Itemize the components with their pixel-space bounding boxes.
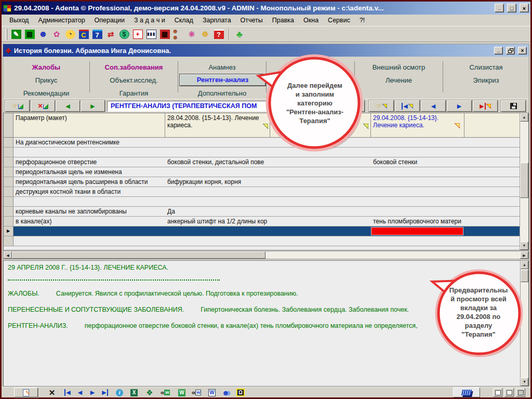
table-row[interactable]	[4, 236, 520, 246]
tab-additional[interactable]: Дополнительно	[178, 88, 266, 99]
table-row[interactable]	[4, 197, 520, 207]
next-visit-button[interactable]: ▶	[447, 100, 472, 112]
word-template-button[interactable]: W	[208, 388, 216, 397]
maximize-button[interactable]: □	[507, 4, 516, 12]
prev-record-button[interactable]: ◀	[56, 100, 80, 112]
tab-mucosa[interactable]: Слизистая	[443, 62, 529, 73]
table-row[interactable]: корневые каналы не запломбированы Да	[4, 207, 520, 217]
nav-prev-button[interactable]: ◀	[75, 388, 85, 397]
header-visit-29-04[interactable]: 29.04.2008. {15-14-13}. Лечение кариеса.	[371, 113, 464, 137]
menu-exit[interactable]: Выход	[5, 16, 33, 25]
table-row[interactable]: периодонтальная щель расширена в области…	[4, 177, 520, 187]
info-button[interactable]: i	[116, 388, 123, 397]
tab-bite[interactable]: Прикус	[3, 75, 89, 86]
person-balloons-icon[interactable]: ✿	[50, 29, 63, 40]
tab-epicrisis[interactable]: Эпикриз	[443, 75, 529, 86]
doc-close-button[interactable]: ×	[518, 47, 527, 55]
calendar-7-icon[interactable]: 7	[91, 29, 103, 40]
confirm-record-button[interactable]: ☞	[5, 100, 30, 112]
palette-icon[interactable]: ❋	[185, 29, 198, 40]
arrow-left-icon: ◀	[78, 389, 82, 396]
tooth-card-button[interactable]: Ω	[236, 388, 245, 397]
edit-record-button[interactable]: ✎	[14, 388, 38, 397]
tab-complaints[interactable]: Жалобы	[3, 62, 89, 73]
grid-vertical-scrollbar[interactable]: ▲ ▼	[520, 113, 528, 250]
scrollbar-thumb[interactable]	[520, 163, 528, 198]
header-visit-28-04[interactable]: 28.04.2008. {15-14-13}. Лечение кариеса.	[165, 113, 270, 137]
tab-xray-analysis[interactable]: Рентген-анализ	[179, 74, 266, 86]
menu-salary[interactable]: Зарплата	[198, 16, 236, 25]
menu-operations[interactable]: Операции	[90, 16, 129, 25]
table-row[interactable]: периодонтальная щель не изменена	[4, 167, 520, 177]
patients-button[interactable]: ☻	[222, 388, 230, 397]
alert-cell[interactable]	[371, 227, 463, 235]
save-button[interactable]	[501, 100, 526, 112]
scrollbar-thumb[interactable]	[12, 251, 265, 259]
scroll-down-icon[interactable]: ▼	[521, 378, 528, 386]
tab-anamnesis[interactable]: Анамнез	[178, 62, 266, 73]
selected-row[interactable]: ▶	[4, 227, 520, 236]
layout-single-button[interactable]	[493, 388, 502, 397]
menu-administrator[interactable]: Администратор	[33, 16, 89, 25]
first-visit-button[interactable]: ◀	[395, 100, 420, 112]
next-record-button[interactable]: ▶	[81, 100, 105, 112]
prev-visit-button[interactable]: ◀	[421, 100, 446, 112]
find-word-button[interactable]: ∞W	[161, 388, 170, 397]
last-visit-button[interactable]: ▶	[473, 100, 498, 112]
menu-tasks[interactable]: З а д а ч и	[129, 16, 170, 25]
close-button[interactable]: ×	[520, 4, 529, 12]
excel-export-button[interactable]: X	[130, 388, 138, 397]
calendar-c-icon[interactable]: C	[77, 29, 90, 40]
menu-windows[interactable]: Окна	[299, 16, 323, 25]
card-edit-icon[interactable]: ✎	[10, 29, 22, 40]
scroll-up-icon[interactable]: ▲	[520, 113, 528, 122]
table-row[interactable]: деструкция костной ткани в области	[4, 187, 520, 197]
staff-icon[interactable]: ☻☻	[172, 29, 184, 40]
patients-icon[interactable]: ☻	[37, 29, 49, 40]
menu-help[interactable]: ?!	[355, 16, 369, 25]
confirm-visit-button[interactable]: ☞	[369, 100, 394, 112]
scroll-up-icon[interactable]: ▲	[521, 261, 528, 269]
money-icon[interactable]: $	[118, 29, 130, 40]
nav-first-button[interactable]: ◀	[63, 388, 72, 397]
nav-next-button[interactable]: ▶	[88, 388, 97, 397]
delete-record-button[interactable]: ✕	[47, 388, 57, 397]
scroll-down-icon[interactable]: ▼	[520, 242, 528, 250]
merge-shapes-button[interactable]: ❖	[146, 388, 153, 397]
clover-icon[interactable]: ♣	[233, 29, 246, 40]
yellow-flag-icon	[382, 104, 387, 109]
red-window-icon[interactable]: ▦	[158, 29, 171, 40]
transfer-arrows-icon[interactable]: ⇄	[104, 29, 117, 40]
tab-concomitant-diseases[interactable]: Соп.заболевания	[90, 62, 178, 73]
tab-recommendations[interactable]: Рекомендации	[3, 88, 89, 99]
menu-reports[interactable]: Отчеты	[236, 16, 268, 25]
doc-restore-button[interactable]	[506, 47, 515, 55]
first-aid-icon[interactable]: +	[131, 29, 144, 40]
scroll-left-icon[interactable]: ◀	[4, 251, 12, 259]
cancel-record-button[interactable]: ✕	[31, 100, 55, 112]
tab-warranty[interactable]: Гарантия	[90, 88, 178, 99]
tab-objective-exam[interactable]: Объект.исслед.	[90, 75, 178, 86]
doc-minimize-button[interactable]: _	[494, 47, 503, 55]
menu-edit[interactable]: Правка	[268, 16, 299, 25]
menu-service[interactable]: Сервис	[323, 16, 355, 25]
green-table-icon[interactable]: ▦	[23, 29, 36, 40]
menu-stock[interactable]: Склад	[170, 16, 198, 25]
minimize-button[interactable]: _	[495, 4, 504, 12]
word-export-button[interactable]: W	[178, 388, 185, 397]
table-row[interactable]: перфорационное отверстие боковой стенки,…	[4, 157, 520, 167]
toolbar-grip[interactable]	[6, 29, 7, 40]
grid-horizontal-scrollbar[interactable]: ◀ ▶	[3, 251, 529, 259]
gear-flower-icon[interactable]: ❁	[199, 29, 211, 40]
layout-full-button[interactable]	[516, 388, 525, 397]
barcode-icon[interactable]: ▮▮▮	[145, 29, 157, 40]
nav-last-button[interactable]: ▶	[100, 388, 110, 397]
books-button[interactable]	[453, 388, 480, 397]
help-doc-icon[interactable]: ?	[212, 29, 225, 40]
table-row[interactable]: в канале(ах) анкерный штифт на 1/2 длины…	[4, 217, 520, 227]
header-parameter[interactable]: Параметр (макет)	[14, 113, 165, 137]
find-word-template-button[interactable]: ∞W	[192, 388, 201, 397]
layout-split-button[interactable]	[504, 388, 514, 397]
clock-icon[interactable]: ◔	[64, 29, 76, 40]
scroll-right-icon[interactable]: ▶	[520, 251, 528, 259]
